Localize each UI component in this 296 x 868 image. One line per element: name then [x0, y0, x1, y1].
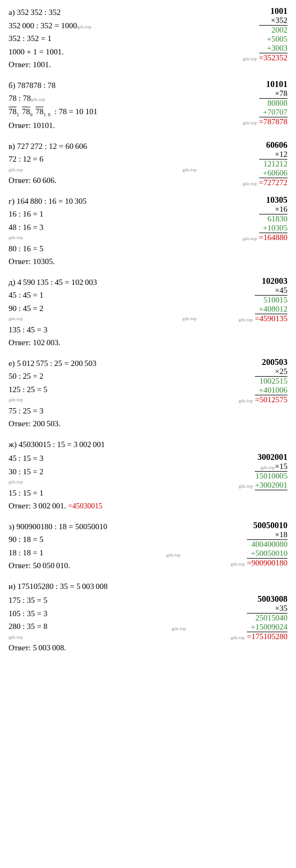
section-e: е) 5 012 575 : 25 = 200 503 50 : 25 = 2 …	[9, 357, 287, 433]
section-e-step2: 125 : 25 = 5	[9, 384, 197, 396]
mult-d: 102003 ×45 510015 +408012 =4590135	[255, 276, 287, 323]
mult-b-r1: 80808	[259, 99, 287, 108]
section-d-label: д) 4 590 135 : 45 = 102 003	[9, 276, 197, 289]
mult-z-r2: +50050010	[247, 549, 287, 559]
mult-d-top: 102003	[255, 276, 287, 286]
section-d-step2: 90 : 45 = 2	[9, 302, 197, 315]
section-z-label: з) 900900180 : 18 = 50050010	[9, 521, 181, 533]
watermark-1: gdz.top	[77, 24, 91, 29]
section-g: г) 164 880 : 16 = 10 305 16 : 16 = 1 48 …	[9, 195, 287, 271]
mult-i-result: =175105280	[247, 632, 287, 641]
section-i-left: 175 : 35 = 5 105 : 35 = 3 280 : 35 = 8 g…	[9, 594, 186, 657]
mult-d-mult: ×45	[255, 286, 287, 296]
section-g-right: gdz.top 10305 ×16 61830 +10305 =164880	[197, 195, 287, 242]
watermark-zh1: gdz.top	[9, 479, 23, 486]
mult-zh-mult: gdz.top×15	[255, 462, 287, 472]
mult-i-r1: 25015040	[247, 614, 287, 623]
section-zh: ж) 45030015 : 15 = 3 002 001 45 : 15 = 3…	[9, 439, 287, 515]
mult-g-r2: +10305	[259, 224, 287, 233]
section-v-gdz: gdz.top gdz.top	[9, 166, 197, 174]
section-g-step1: 16 : 16 = 1	[9, 208, 197, 220]
section-b-label: б) 787878 : 78	[9, 79, 197, 92]
watermark-d1: gdz.top	[9, 315, 23, 323]
watermark-b: gdz.top	[243, 120, 257, 125]
section-b: б) 787878 : 78 78 : 78gdz.top 781 780 78…	[9, 79, 287, 135]
mult-v-top: 60606	[259, 140, 287, 150]
mult-g-r1: 61830	[259, 214, 287, 224]
section-a-step1: 352 000 : 352 = 1000gdz.top	[9, 20, 197, 32]
mult-b-top: 10101	[259, 79, 287, 89]
mult-b-r2: +70707	[259, 108, 287, 117]
section-g-step3: 80 : 16 = 5	[9, 243, 197, 255]
section-i-right: gdz.top 5003008 ×35 25015040 +15009024 =…	[186, 594, 287, 641]
section-zh-step2: 30 : 15 = 2	[9, 466, 197, 478]
mult-g: 10305 ×16 61830 +10305 =164880	[259, 195, 287, 242]
section-g-gdz: gdz.top	[9, 234, 197, 242]
mult-z-top: 50050010	[247, 521, 287, 530]
mult-e-top: 200503	[255, 357, 287, 367]
mult-zh-r1: 15010005	[255, 472, 287, 481]
section-zh-label: ж) 45030015 : 15 = 3 002 001	[9, 439, 287, 451]
watermark-v1: gdz.top	[9, 166, 23, 174]
section-zh-answer: Ответ: 3 002 001. =45030015	[9, 500, 197, 512]
watermark-v: gdz.top	[243, 181, 257, 186]
mult-e-result: =5012575	[255, 395, 287, 404]
mult-a-top: 1001	[259, 6, 287, 16]
section-e-left: е) 5 012 575 : 25 = 200 503 50 : 25 = 2 …	[9, 357, 197, 433]
section-v-answer: Ответ: 60 606.	[9, 174, 197, 187]
section-zh-right: gdz.top 3002001 gdz.top×15 15010005 +300…	[197, 452, 287, 490]
mult-e: 200503 ×25 1002515 +401006 =5012575	[255, 357, 287, 404]
section-e-step1: 50 : 25 = 2	[9, 370, 197, 383]
mult-v: 60606 ×12 121212 +60606 =727272	[259, 140, 287, 187]
section-i-step1: 175 : 35 = 5	[9, 594, 186, 607]
watermark-d2: gdz.top	[182, 315, 197, 323]
section-v-right: gdz.top 60606 ×12 121212 +60606 =727272	[197, 140, 287, 187]
section-e-gdz: gdz.top	[9, 396, 197, 404]
mult-b-mult: ×78	[259, 89, 287, 99]
section-zh-gdz: gdz.top	[9, 479, 197, 486]
mult-i-top: 5003008	[247, 594, 287, 604]
mult-g-result: =164880	[259, 233, 287, 242]
mult-z-result: =900900180	[247, 559, 287, 568]
section-e-label: е) 5 012 575 : 25 = 200 503	[9, 357, 197, 370]
mult-z-r1: 400400080	[247, 540, 287, 549]
mult-d-r2: +408012	[255, 305, 287, 314]
section-z-left: з) 900900180 : 18 = 50050010 90 : 18 = 5…	[9, 521, 181, 575]
section-zh-step1: 45 : 15 = 3	[9, 452, 197, 465]
watermark-v2: gdz.top	[182, 166, 197, 174]
section-b-step1: 78 : 78gdz.top	[9, 92, 197, 105]
mult-a: 1001 ×352 2002 +5005 +3003 =352352	[259, 6, 287, 62]
mult-e-mult: ×25	[255, 367, 287, 377]
section-g-label: г) 164 880 : 16 = 10 305	[9, 195, 197, 208]
section-a-right: gdz.top 1001 ×352 2002 +5005 +3003 =3523…	[197, 6, 287, 62]
mult-a-result: =352352	[259, 53, 287, 62]
section-d: д) 4 590 135 : 45 = 102 003 45 : 45 = 1 …	[9, 276, 287, 352]
section-i-step3: 280 : 35 = 8	[9, 620, 48, 633]
section-z-step2: 18 : 18 = 1	[9, 547, 43, 559]
section-d-answer: Ответ: 102 003.	[9, 337, 197, 349]
watermark-i3: gdz.top	[231, 635, 245, 640]
mult-b-result: =787878	[259, 117, 287, 126]
mult-zh: 3002001 gdz.top×15 15010005 +3002001	[255, 452, 287, 490]
section-g-left: г) 164 880 : 16 = 10 305 16 : 16 = 1 48 …	[9, 195, 197, 271]
section-z-gdz: 18 : 18 = 1 gdz.top	[9, 547, 181, 559]
watermark-z1: gdz.top	[166, 552, 181, 559]
section-z-right: gdz.top 50050010 ×18 400400080 +50050010…	[181, 521, 287, 568]
mult-v-r2: +60606	[259, 169, 287, 178]
mult-a-mult: ×352	[259, 16, 287, 26]
watermark-i2: gdz.top	[9, 634, 23, 641]
section-a: а) 352 352 : 352 352 000 : 352 = 1000gdz…	[9, 6, 287, 74]
mult-a-r3: +3003	[259, 44, 287, 53]
watermark-g1: gdz.top	[9, 234, 23, 242]
section-i-gdz: gdz.top	[9, 634, 186, 641]
section-v: в) 727 272 : 12 = 60 606 72 : 12 = 6 gdz…	[9, 140, 287, 190]
section-z-answer: Ответ: 50 050 010.	[9, 560, 181, 572]
section-i-step2: 105 : 35 = 3	[9, 608, 186, 620]
section-zh-step3: 15 : 15 = 1	[9, 487, 197, 499]
mult-v-r1: 121212	[259, 160, 287, 169]
mult-a-r1: 2002	[259, 26, 287, 35]
section-d-left: д) 4 590 135 : 45 = 102 003 45 : 45 = 1 …	[9, 276, 197, 352]
mult-zh-top: 3002001	[255, 452, 287, 462]
section-a-answer: Ответ: 1001.	[9, 59, 197, 71]
mult-z: 50050010 ×18 400400080 +50050010 =900900…	[247, 521, 287, 568]
